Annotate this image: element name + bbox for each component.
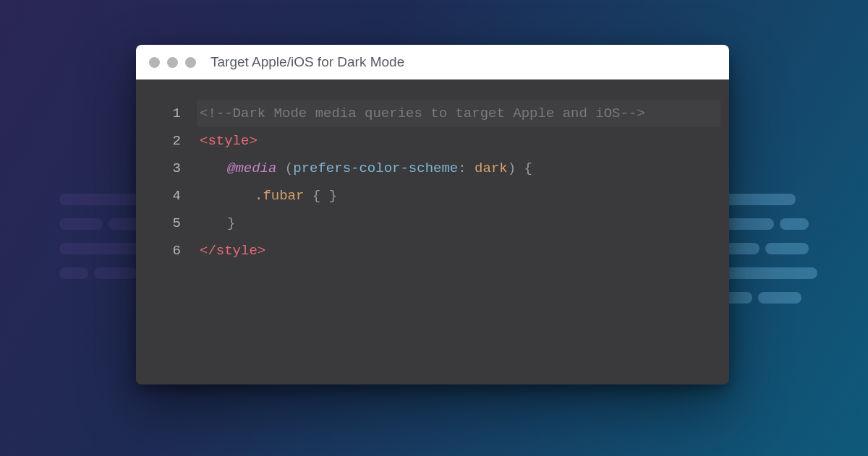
minimize-icon[interactable] [167,57,178,68]
code-line: 4 .fubar { } [136,182,729,210]
line-number: 6 [136,237,200,264]
code-editor[interactable]: 1 <!--Dark Mode media queries to target … [136,79,729,384]
code-line: 6 </style> [136,237,729,264]
token-property: prefers-color-scheme [293,160,458,176]
window-title: Target Apple/iOS for Dark Mode [210,54,404,70]
line-number: 2 [136,127,200,155]
code-line: 1 <!--Dark Mode media queries to target … [136,100,729,127]
token-value: dark [467,160,508,176]
token-punc: ( [285,160,293,176]
traffic-lights [149,57,196,68]
code-line: 3 @media (prefers-color-scheme: dark) { [136,155,729,182]
token-tag: <style> [200,133,258,149]
token-punc: ) [508,160,516,176]
token-brace: } [227,215,235,231]
line-number: 4 [136,182,200,210]
token-tag: </style> [200,243,265,259]
line-number: 1 [136,100,200,127]
line-number: 5 [136,210,200,237]
token-keyword: @media [227,160,276,176]
line-number: 3 [136,155,200,182]
code-line: 2 <style> [136,127,729,155]
maximize-icon[interactable] [185,57,196,68]
editor-window: Target Apple/iOS for Dark Mode 1 <!--Dar… [136,45,729,384]
token-comment: <!--Dark Mode media queries to target Ap… [200,106,645,121]
code-line: 5 } [136,210,729,237]
token-brace: { [516,160,532,176]
token-selector: .fubar [255,188,304,204]
close-icon[interactable] [149,57,160,68]
token-punc: : [458,160,466,176]
token-brace: { } [304,188,337,204]
window-titlebar: Target Apple/iOS for Dark Mode [136,45,729,79]
